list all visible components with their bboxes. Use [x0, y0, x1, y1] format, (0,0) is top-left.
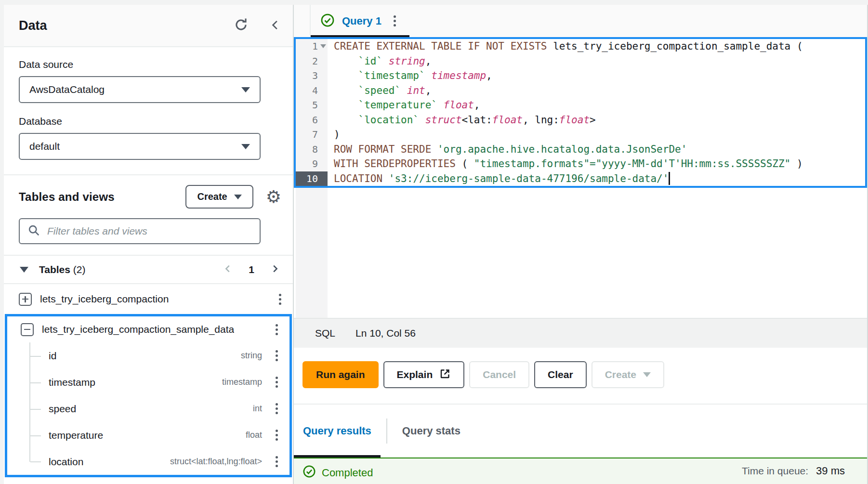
query-results-tab-label: Query results — [303, 425, 371, 437]
create-button-label: Create — [197, 191, 227, 202]
filter-tables-input[interactable] — [47, 225, 252, 237]
code-text[interactable]: WITH SERDEPROPERTIES ( "timestamp.format… — [328, 158, 803, 170]
refresh-button[interactable] — [234, 17, 249, 34]
chevron-down-icon — [241, 87, 250, 92]
code-line[interactable]: 8 ROW FORMAT SERDE 'org.apache.hive.hcat… — [296, 142, 865, 157]
code-text[interactable]: ROW FORMAT SERDE 'org.apache.hive.hcatal… — [328, 144, 687, 155]
data-source-select[interactable]: AwsDataCatalog — [19, 76, 261, 103]
create-button[interactable]: Create — [185, 185, 253, 209]
table-menu-button[interactable] — [275, 291, 285, 308]
section-collapse-icon[interactable] — [20, 267, 28, 273]
line-number: 1 — [296, 39, 328, 54]
tree-connector — [29, 422, 48, 448]
previous-page-button[interactable] — [223, 263, 233, 276]
query-tab-menu-button[interactable] — [390, 13, 400, 29]
column-name: timestamp — [49, 377, 95, 388]
tables-count: (2) — [70, 264, 86, 275]
tables-section-header: Tables (2) 1 — [4, 255, 293, 284]
time-in-queue: Time in queue: 39 ms — [742, 465, 845, 477]
code-line[interactable]: 6 `location` struct<lat:float, lng:float… — [296, 113, 865, 128]
tab-query-results[interactable]: Query results — [294, 405, 381, 458]
code-text[interactable]: `timestamp` timestamp, — [328, 70, 492, 81]
line-number: 6 — [296, 113, 328, 128]
cancel-label: Cancel — [483, 369, 516, 380]
code-text[interactable]: `id` string, — [328, 55, 431, 67]
column-row[interactable]: id string — [7, 342, 289, 369]
column-menu-button[interactable] — [272, 453, 282, 470]
tables-section-label: Tables — [39, 264, 70, 275]
query-stats-tab-label: Query stats — [402, 425, 460, 437]
column-name: speed — [49, 403, 76, 415]
line-number: 9 — [296, 157, 328, 171]
explain-button[interactable]: Explain — [383, 361, 465, 388]
column-name: id — [49, 350, 56, 362]
tab-query-stats[interactable]: Query stats — [393, 405, 470, 458]
code-text[interactable]: `location` struct<lat:float, lng:float> — [328, 114, 596, 126]
athena-query-editor-page: Data — [0, 0, 868, 484]
query-tab-label: Query 1 — [342, 15, 381, 27]
source-section: Data source AwsDataCatalog Database defa… — [4, 47, 293, 174]
query-status-bar: Completed Time in queue: 39 ms — [294, 458, 867, 484]
code-line[interactable]: 1 CREATE EXTERNAL TABLE IF NOT EXISTS le… — [296, 39, 865, 54]
column-type: string — [241, 351, 262, 361]
external-link-icon — [439, 368, 451, 382]
code-line[interactable]: 10 LOCATION 's3://iceberg-sample-data-47… — [296, 171, 865, 186]
data-source-value: AwsDataCatalog — [29, 84, 105, 95]
code-text[interactable]: `speed` int, — [328, 85, 431, 96]
chevron-left-icon — [269, 18, 281, 34]
chevron-down-icon — [643, 372, 651, 377]
code-line[interactable]: 4 `speed` int, — [296, 83, 865, 98]
table-name: lets_try_iceberg_compaction_sample_data — [42, 324, 234, 335]
next-page-button[interactable] — [270, 263, 280, 276]
column-menu-button[interactable] — [272, 400, 282, 417]
settings-button[interactable]: ⚙ — [266, 188, 281, 206]
explain-label: Explain — [397, 369, 433, 380]
column-menu-button[interactable] — [272, 427, 282, 444]
column-menu-button[interactable] — [272, 347, 282, 364]
code-text[interactable]: LOCATION 's3://iceberg-sample-data-47719… — [328, 172, 670, 185]
code-line[interactable]: 7 ) — [296, 127, 865, 142]
line-number: 10 — [296, 171, 328, 186]
column-type: float — [246, 430, 262, 440]
code-line[interactable]: 9 WITH SERDEPROPERTIES ( "timestamp.form… — [296, 157, 865, 171]
line-number: 5 — [296, 98, 328, 113]
code-text[interactable]: ) — [328, 129, 340, 140]
fold-caret-icon[interactable] — [320, 44, 326, 48]
code-text[interactable]: `temperature` float, — [328, 99, 480, 111]
table-menu-button[interactable] — [272, 321, 282, 338]
column-row[interactable]: location struct<lat:float,lng:float> — [7, 448, 289, 475]
line-number: 4 — [296, 83, 328, 98]
chevron-down-icon — [234, 195, 242, 199]
code-line[interactable]: 2 `id` string, — [296, 54, 865, 69]
column-row[interactable]: timestamp timestamp — [7, 369, 289, 395]
code-line[interactable]: 3 `timestamp` timestamp, — [296, 68, 865, 83]
code-highlight-box: 1 CREATE EXTERNAL TABLE IF NOT EXISTS le… — [294, 37, 867, 188]
database-select[interactable]: default — [19, 133, 261, 160]
tab-query-1[interactable]: Query 1 — [310, 5, 409, 37]
create-dropdown-button[interactable]: Create — [592, 361, 664, 388]
collapse-panel-button[interactable] — [269, 18, 281, 34]
chevron-left-icon — [223, 263, 233, 276]
time-in-queue-value: 39 ms — [816, 465, 845, 477]
tree-connector — [29, 342, 48, 369]
expand-icon[interactable] — [19, 293, 32, 306]
column-row[interactable]: speed int — [7, 395, 289, 422]
column-row[interactable]: temperature float — [7, 422, 289, 448]
run-again-button[interactable]: Run again — [302, 361, 379, 388]
page-number[interactable]: 1 — [249, 264, 254, 275]
code-line[interactable]: 5 `temperature` float, — [296, 98, 865, 113]
table-row[interactable]: lets_try_iceberg_compaction — [4, 284, 293, 314]
database-label: Database — [19, 116, 293, 127]
collapse-icon[interactable] — [21, 323, 34, 336]
refresh-icon — [234, 17, 249, 34]
clear-button[interactable]: Clear — [534, 361, 587, 388]
cancel-button[interactable]: Cancel — [469, 361, 529, 388]
data-sidebar: Data — [4, 5, 294, 484]
sql-editor[interactable]: 1 CREATE EXTERNAL TABLE IF NOT EXISTS le… — [294, 37, 867, 318]
editor-gutter — [296, 188, 328, 318]
create-dropdown-label: Create — [605, 369, 636, 380]
table-row[interactable]: lets_try_iceberg_compaction_sample_data — [7, 316, 289, 342]
editor-empty-area[interactable] — [294, 188, 867, 318]
code-text[interactable]: CREATE EXTERNAL TABLE IF NOT EXISTS lets… — [328, 40, 803, 52]
column-menu-button[interactable] — [272, 374, 282, 391]
